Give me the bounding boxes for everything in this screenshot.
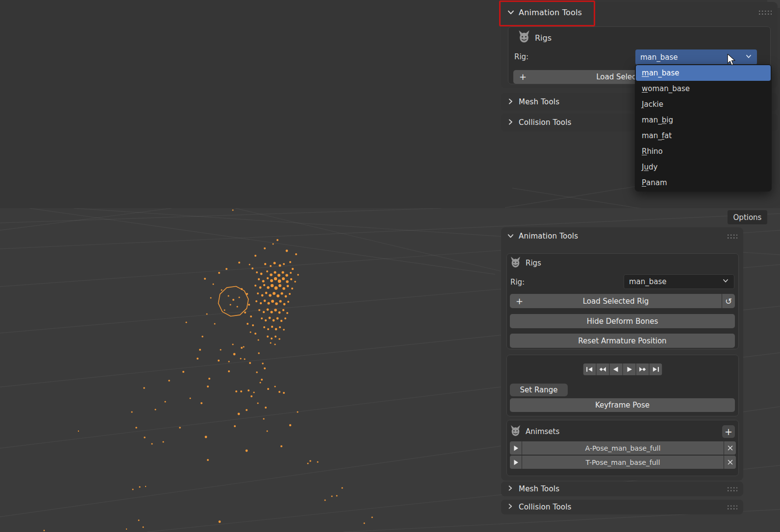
play-button[interactable] [623, 363, 636, 375]
mouse-cursor [726, 54, 737, 68]
blender-animation-tools-screenshot: Animation Tools Rigs Rig: man_base [0, 0, 780, 532]
reset-armature-position-label: Reset Armature Position [578, 337, 666, 345]
rigs-box: Rigs Rig: man_base + Load Selected Rig ↺ [506, 253, 739, 349]
chevron-down-icon [507, 232, 515, 240]
chevron-right-icon [507, 98, 515, 106]
rig-menu-item-Rhino[interactable]: Rhino [636, 144, 771, 159]
options-label: Options [733, 213, 762, 222]
set-range-label: Set Range [520, 386, 558, 394]
chevron-down-icon [745, 53, 752, 62]
hide-deform-bones-button[interactable]: Hide Deform Bones [510, 314, 735, 328]
annotation-highlight-box [499, 0, 595, 26]
rigs-title: Rigs [526, 259, 541, 267]
hide-deform-bones-label: Hide Deform Bones [587, 317, 658, 326]
jump-to-end-button[interactable] [650, 363, 662, 375]
animset-name[interactable]: A-Pose_man_base_full [522, 441, 724, 455]
set-range-button[interactable]: Set Range [510, 384, 568, 396]
rig-menu-item-man_fat[interactable]: man_fat [636, 128, 771, 144]
animation-tools-header[interactable]: Animation Tools [501, 227, 743, 245]
rig-select-value: man_base [629, 277, 722, 286]
play-animset-button[interactable] [510, 456, 522, 469]
plus-icon: + [519, 73, 527, 81]
chevron-right-icon [507, 503, 515, 511]
chevron-right-icon [507, 485, 515, 493]
load-selected-rig-button[interactable]: + Load Selected Rig ↺ [510, 294, 735, 308]
animset-row: A-Pose_man_base_full [510, 441, 736, 455]
panel-animation-tools: Animation Tools Rigs Rig: man_base [501, 227, 743, 481]
add-animset-button[interactable]: + [722, 425, 735, 438]
rig-menu-item-man_big[interactable]: man_big [636, 112, 771, 128]
viewport-section: Options Animation Tools Rigs Rig: [0, 208, 780, 532]
reset-armature-position-button[interactable]: Reset Armature Position [510, 334, 735, 348]
load-selected-rig-label: Load Selected Rig [510, 297, 722, 306]
play-reverse-button[interactable] [610, 363, 623, 375]
animsets-title: Animsets [526, 427, 559, 436]
load-selected-rig-main[interactable]: + Load Selected Rig [510, 294, 722, 308]
keyframe-pose-label: Keyframe Pose [595, 401, 650, 410]
animsets-box: Animsets + A-Pose_man_base_fullT-Pose_ma… [506, 420, 739, 476]
rig-select[interactable]: man_base [624, 274, 734, 289]
previous-keyframe-button[interactable] [597, 363, 609, 375]
chevron-down-icon [722, 277, 729, 286]
transport-box: Set Range Keyframe Pose [506, 355, 739, 416]
rig-mascot-icon [510, 257, 521, 270]
panel-mesh-tools[interactable]: Mesh Tools [501, 482, 743, 496]
panel-collision-tools[interactable]: Collision Tools [501, 500, 743, 514]
rig-select-top[interactable]: man_base [635, 49, 757, 65]
rig-menu-item-woman_base[interactable]: woman_base [636, 81, 771, 97]
selection-circle[interactable] [218, 287, 248, 316]
top-screenshot-section: Animation Tools Rigs Rig: man_base [0, 0, 780, 208]
collision-tools-label: Collision Tools [519, 503, 572, 511]
keyframe-pose-button[interactable]: Keyframe Pose [510, 398, 735, 412]
remove-animset-button[interactable] [724, 456, 736, 469]
jump-to-start-button[interactable] [583, 363, 596, 375]
rig-menu-item-Jackie[interactable]: Jackie [636, 97, 771, 112]
drag-handle-icon[interactable] [728, 484, 737, 494]
drag-handle-icon[interactable] [759, 8, 772, 17]
rig-menu-item-man_base[interactable]: man_base [636, 65, 771, 81]
animset-name[interactable]: T-Pose_man_base_full [522, 456, 724, 469]
rig-mascot-icon [518, 30, 530, 45]
playback-controls [583, 363, 662, 375]
next-keyframe-button[interactable] [636, 363, 649, 375]
panel-title: Animation Tools [519, 232, 578, 241]
mesh-tools-label: Mesh Tools [519, 484, 559, 493]
particle-dots [44, 210, 373, 532]
animset-row: T-Pose_man_base_full [510, 456, 736, 469]
rig-field-label: Rig: [510, 278, 525, 287]
rig-mascot-icon [510, 425, 521, 438]
undo-icon[interactable]: ↺ [722, 294, 735, 308]
rig-field-label: Rig: [514, 52, 528, 61]
remove-animset-button[interactable] [724, 441, 736, 455]
animset-list: A-Pose_man_base_fullT-Pose_man_base_full [510, 441, 736, 469]
rigs-title: Rigs [535, 33, 552, 43]
options-button[interactable]: Options [728, 210, 767, 224]
chevron-right-icon [507, 119, 515, 126]
rig-menu-item-Judy[interactable]: Judy [636, 159, 771, 175]
rig-dropdown-menu: man_basewoman_baseJackieman_bigman_fatRh… [635, 64, 772, 192]
rig-menu-item-Panam[interactable]: Panam [636, 175, 771, 191]
mesh-tools-label: Mesh Tools [519, 97, 559, 106]
plus-icon: + [516, 297, 523, 306]
play-animset-button[interactable] [510, 441, 522, 455]
drag-handle-icon[interactable] [728, 232, 737, 241]
collision-tools-label: Collision Tools [519, 118, 572, 127]
drag-handle-icon[interactable] [728, 503, 737, 512]
